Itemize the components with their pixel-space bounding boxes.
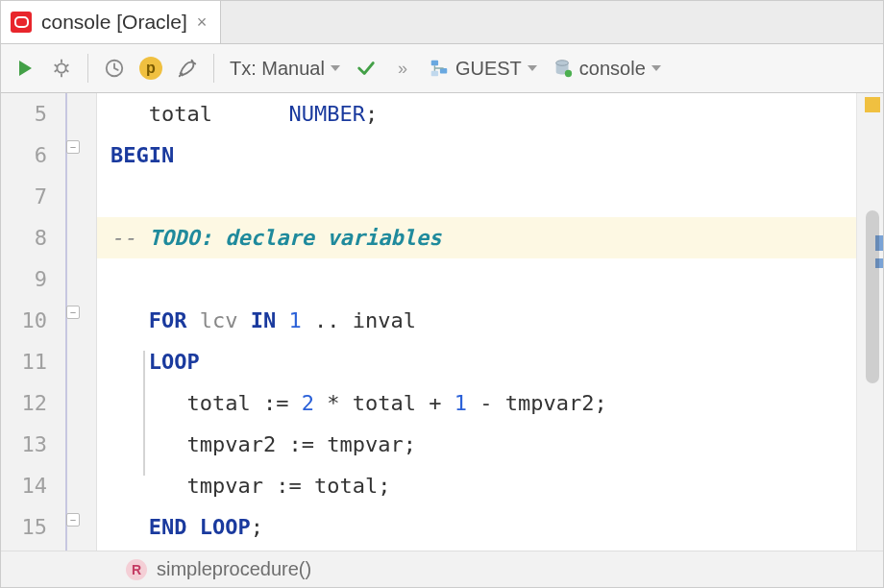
breadcrumb-symbol[interactable]: simpleprocedure() bbox=[157, 558, 311, 580]
close-icon[interactable]: × bbox=[197, 12, 208, 33]
code-line: total NUMBER; bbox=[110, 93, 856, 135]
gutter: 5 6 7 8 9 10 11 12 13 14 15 bbox=[1, 93, 61, 551]
code-line bbox=[110, 258, 856, 300]
code-line: tmpvar := total; bbox=[110, 465, 856, 506]
editor-tab[interactable]: console [Oracle] × bbox=[1, 1, 221, 43]
fold-guide bbox=[65, 93, 67, 551]
code-line: total := 2 * total + 1 - tmpvar2; bbox=[110, 382, 856, 424]
svg-line-5 bbox=[55, 70, 58, 72]
line-number: 9 bbox=[1, 258, 47, 300]
line-number: 6 bbox=[1, 135, 47, 176]
fold-strip: − − − bbox=[61, 93, 97, 551]
chevron-down-icon bbox=[651, 65, 661, 71]
run-button[interactable] bbox=[9, 52, 41, 85]
indent-guide bbox=[143, 351, 145, 476]
fold-handle[interactable]: − bbox=[66, 140, 80, 154]
code-line bbox=[110, 176, 856, 217]
code-line: LOOP bbox=[110, 341, 856, 382]
tab-bar: console [Oracle] × bbox=[1, 1, 883, 44]
code-line: END LOOP; bbox=[110, 506, 856, 548]
svg-line-6 bbox=[66, 70, 69, 72]
database-icon bbox=[552, 58, 574, 79]
commit-button[interactable] bbox=[350, 52, 382, 85]
tx-mode-dropdown[interactable]: Tx: Manual bbox=[224, 52, 346, 85]
svg-point-13 bbox=[565, 70, 572, 77]
line-number: 5 bbox=[1, 93, 47, 135]
scrollbar-thumb[interactable] bbox=[866, 210, 879, 383]
fold-handle[interactable]: − bbox=[66, 513, 80, 527]
line-number: 15 bbox=[1, 506, 47, 548]
history-button[interactable] bbox=[98, 52, 131, 85]
line-number: 14 bbox=[1, 465, 47, 506]
line-number: 11 bbox=[1, 341, 47, 382]
code-line: tmpvar2 := tmpvar; bbox=[110, 424, 856, 465]
schema-label: GUEST bbox=[455, 58, 522, 80]
schema-dropdown[interactable]: GUEST bbox=[423, 52, 543, 85]
line-number: 12 bbox=[1, 382, 47, 424]
line-number: 13 bbox=[1, 424, 47, 465]
toolbar: p Tx: Manual » GUEST console bbox=[1, 44, 883, 93]
line-number: 7 bbox=[1, 176, 47, 217]
code-area[interactable]: total NUMBER; BEGIN -- TODO: declare var… bbox=[97, 93, 856, 551]
session-dropdown[interactable]: console bbox=[547, 52, 667, 85]
settings-button[interactable] bbox=[171, 52, 204, 85]
playground-button[interactable]: p bbox=[135, 52, 167, 85]
svg-rect-10 bbox=[431, 71, 438, 77]
svg-line-3 bbox=[55, 64, 58, 66]
routine-icon: R bbox=[126, 559, 147, 580]
svg-point-0 bbox=[57, 63, 65, 72]
svg-rect-8 bbox=[431, 61, 438, 66]
separator bbox=[87, 54, 88, 83]
p-icon: p bbox=[139, 57, 162, 80]
line-number: 10 bbox=[1, 300, 47, 341]
fold-handle[interactable]: − bbox=[66, 306, 80, 319]
session-label: console bbox=[579, 58, 646, 80]
schema-icon bbox=[429, 58, 450, 79]
tx-mode-label: Tx: Manual bbox=[230, 58, 325, 80]
chevron-down-icon bbox=[331, 65, 340, 71]
separator bbox=[213, 54, 214, 83]
marker-strip bbox=[856, 93, 883, 551]
code-line: BEGIN bbox=[110, 135, 856, 176]
svg-line-4 bbox=[66, 64, 69, 66]
editor[interactable]: 5 6 7 8 9 10 11 12 13 14 15 − − − total … bbox=[1, 93, 883, 551]
svg-rect-9 bbox=[440, 68, 447, 74]
code-line: FOR lcv IN 1 .. inval bbox=[110, 300, 856, 341]
toolbar-overflow[interactable]: » bbox=[386, 52, 419, 85]
debug-button[interactable] bbox=[45, 52, 78, 85]
chevron-down-icon bbox=[528, 65, 537, 71]
oracle-icon bbox=[11, 12, 32, 33]
breadcrumb-bar: R simpleprocedure() bbox=[1, 551, 883, 587]
tab-title: console [Oracle] bbox=[41, 11, 187, 34]
line-number: 8 bbox=[1, 217, 47, 258]
inspection-status-icon[interactable] bbox=[865, 97, 880, 112]
